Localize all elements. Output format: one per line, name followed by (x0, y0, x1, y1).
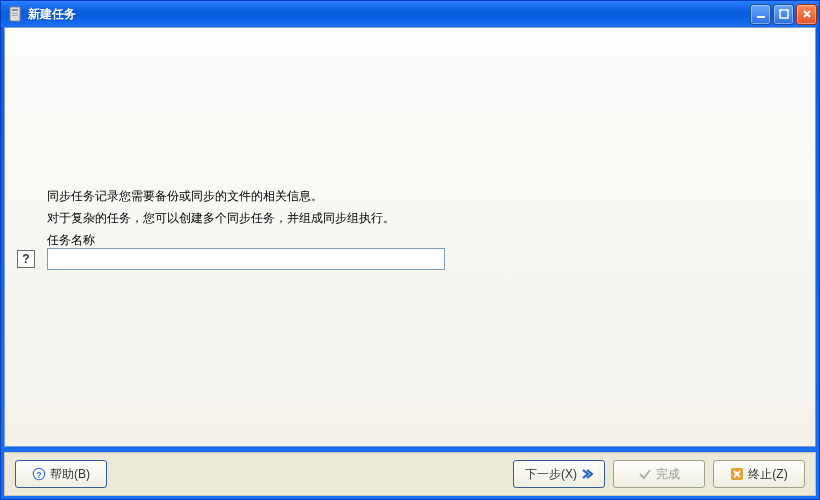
terminate-button[interactable]: 终止(Z) (713, 460, 805, 488)
next-button[interactable]: 下一步(X) (513, 460, 605, 488)
description-line1: 同步任务记录您需要备份或同步的文件的相关信息。 (47, 186, 775, 208)
description-text: 同步任务记录您需要备份或同步的文件的相关信息。 对于复杂的任务，您可以创建多个同… (47, 186, 775, 229)
window-title: 新建任务 (28, 6, 750, 23)
titlebar[interactable]: 新建任务 (1, 1, 819, 27)
svg-rect-2 (12, 13, 18, 14)
finish-button: 完成 (613, 460, 705, 488)
svg-text:?: ? (36, 470, 41, 480)
help-hint-icon[interactable]: ? (17, 250, 35, 268)
help-icon: ? (32, 467, 46, 481)
check-icon (638, 467, 652, 481)
close-button[interactable] (796, 4, 817, 25)
task-name-label: 任务名称 (47, 232, 95, 249)
window-controls (750, 4, 817, 25)
maximize-button[interactable] (773, 4, 794, 25)
svg-rect-5 (780, 10, 788, 18)
finish-button-label: 完成 (656, 466, 680, 483)
content-panel: 同步任务记录您需要备份或同步的文件的相关信息。 对于复杂的任务，您可以创建多个同… (4, 27, 816, 447)
app-icon (7, 6, 23, 22)
description-line2: 对于复杂的任务，您可以创建多个同步任务，并组成同步组执行。 (47, 208, 775, 230)
next-button-label: 下一步(X) (525, 466, 577, 483)
svg-rect-3 (12, 15, 18, 16)
stop-icon (730, 467, 744, 481)
window-frame: 新建任务 同步任务记录您需要备份或同步的文件的相关信息。 对于复杂的任务，您可以… (0, 0, 820, 500)
svg-rect-4 (757, 16, 765, 18)
help-button[interactable]: ? 帮助(B) (15, 460, 107, 488)
minimize-button[interactable] (750, 4, 771, 25)
svg-rect-1 (12, 9, 18, 11)
terminate-button-label: 终止(Z) (748, 466, 787, 483)
client-area: 同步任务记录您需要备份或同步的文件的相关信息。 对于复杂的任务，您可以创建多个同… (4, 27, 816, 496)
button-bar: ? 帮助(B) 下一步(X) 完成 终止(Z) (4, 452, 816, 496)
next-arrow-icon (581, 468, 593, 480)
task-name-input[interactable] (47, 248, 445, 270)
help-button-label: 帮助(B) (50, 466, 90, 483)
